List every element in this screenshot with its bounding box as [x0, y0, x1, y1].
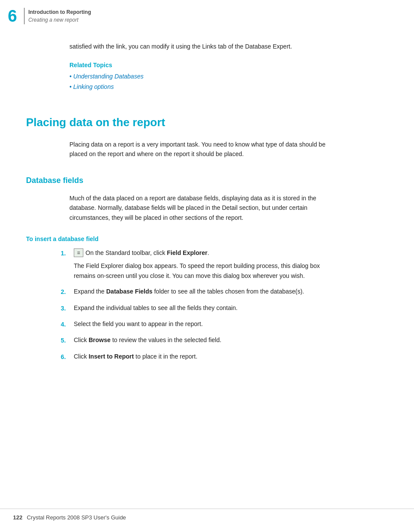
step-5-content: Click Browse to review the values in the…	[74, 335, 325, 345]
step-6-text: Click Insert to Report to place it in th…	[74, 353, 197, 360]
step-5-bold: Browse	[89, 336, 111, 343]
section2-paragraph: Much of the data placed on a report are …	[69, 193, 338, 222]
field-explorer-icon	[74, 248, 83, 257]
step-5: 5. Click Browse to review the values in …	[61, 335, 388, 345]
related-topics-title: Related Topics	[69, 61, 388, 70]
page-header: 6 Introduction to Reporting Creating a n…	[0, 0, 414, 29]
step-6: 6. Click Insert to Report to place it in…	[61, 352, 388, 362]
page: 6 Introduction to Reporting Creating a n…	[0, 0, 414, 532]
section1-paragraph: Placing data on a report is a very impor…	[69, 140, 338, 159]
chapter-title: Introduction to Reporting	[28, 8, 91, 16]
related-topic-item-2[interactable]: Linking options	[69, 82, 388, 92]
step-5-number: 5.	[61, 335, 74, 345]
step-6-bold: Insert to Report	[89, 353, 134, 360]
step-2: 2. Expand the Database Fields folder to …	[61, 287, 388, 297]
step-1: 1. On the Standard toolbar, click Field …	[61, 248, 388, 281]
step-1-number: 1.	[61, 248, 74, 258]
step-4: 4. Select the field you want to appear i…	[61, 319, 388, 329]
step-6-number: 6.	[61, 352, 74, 362]
step-5-text: Click Browse to review the values in the…	[74, 336, 221, 343]
section1-heading: Placing data on the report	[26, 114, 388, 131]
step-4-content: Select the field you want to appear in t…	[74, 319, 325, 329]
footer-title: Crystal Reports 2008 SP3 User's Guide	[27, 513, 126, 522]
main-content: satisfied with the link, you can modify …	[0, 42, 414, 385]
section2-heading: Database fields	[26, 175, 388, 186]
step-3-text: Expand the individual tables to see all …	[74, 304, 237, 311]
steps-list: 1. On the Standard toolbar, click Field …	[61, 248, 388, 362]
step-2-text: Expand the Database Fields folder to see…	[74, 288, 304, 295]
step-4-number: 4.	[61, 319, 74, 329]
step-6-content: Click Insert to Report to place it in th…	[74, 352, 325, 361]
footer-page-number: 122	[13, 513, 23, 522]
step-1-text: On the Standard toolbar, click Field Exp…	[85, 248, 209, 258]
related-topic-item-1[interactable]: Understanding Databases	[69, 72, 388, 82]
chapter-text-block: Introduction to Reporting Creating a new…	[24, 8, 91, 24]
step-2-bold: Database Fields	[106, 288, 153, 295]
related-topic-link-1[interactable]: Understanding Databases	[73, 73, 144, 80]
step-1-bold: Field Explorer	[167, 249, 207, 256]
subsection-heading: To insert a database field	[26, 235, 388, 244]
step-3-number: 3.	[61, 303, 74, 313]
page-footer: 122 Crystal Reports 2008 SP3 User's Guid…	[0, 509, 414, 522]
chapter-number: 6	[8, 8, 17, 24]
step-3-content: Expand the individual tables to see all …	[74, 303, 325, 313]
step-3: 3. Expand the individual tables to see a…	[61, 303, 388, 313]
step-1-first-line: On the Standard toolbar, click Field Exp…	[74, 248, 209, 258]
step-2-number: 2.	[61, 287, 74, 297]
step-1-sub-paragraph: The Field Explorer dialog box appears. T…	[74, 261, 325, 281]
step-1-content: On the Standard toolbar, click Field Exp…	[74, 248, 325, 281]
chapter-subtitle: Creating a new report	[28, 16, 91, 24]
step-4-text: Select the field you want to appear in t…	[74, 320, 203, 327]
chapter-number-block: 6	[8, 8, 20, 24]
related-topic-link-2[interactable]: Linking options	[73, 83, 114, 90]
step-2-content: Expand the Database Fields folder to see…	[74, 287, 325, 296]
intro-paragraph: satisfied with the link, you can modify …	[69, 42, 321, 51]
related-topics-list: Understanding Databases Linking options	[69, 72, 388, 92]
related-topics-block: Related Topics Understanding Databases L…	[69, 61, 388, 92]
